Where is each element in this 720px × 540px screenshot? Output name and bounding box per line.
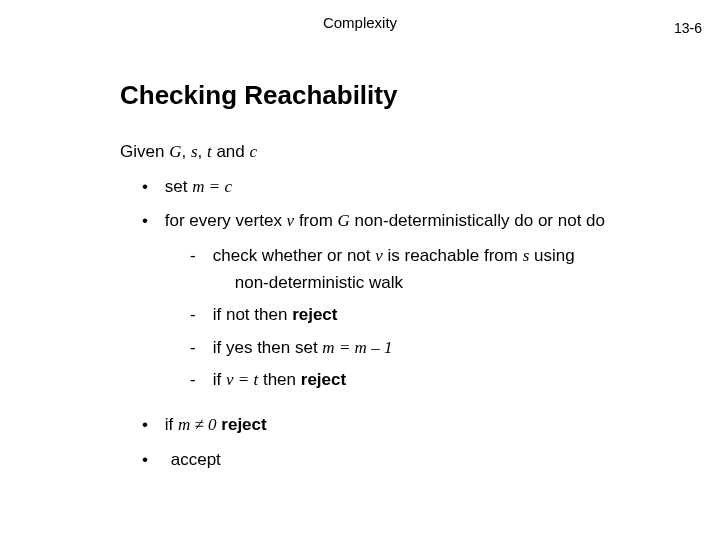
ifyes-text: if yes then set [213, 338, 323, 357]
dash-icon: - [190, 368, 208, 393]
bullet-icon: • [142, 448, 160, 473]
if-text: if [165, 415, 178, 434]
reject-word: reject [301, 370, 346, 389]
dash-check: - check whether or not v is reachable fr… [190, 244, 720, 295]
slide: Complexity 13-6 Checking Reachability Gi… [0, 0, 720, 540]
check-t1: check whether or not [213, 246, 376, 265]
check-t2: is reachable from [383, 246, 523, 265]
loop-mid: from [294, 211, 337, 230]
bullet-icon: • [142, 209, 160, 234]
eq-mnz: m ≠ 0 [178, 415, 217, 434]
eq-vt: v = t [226, 370, 258, 389]
if-text: if [213, 370, 226, 389]
bullet-accept: • accept [142, 448, 720, 473]
page-number: 13-6 [674, 20, 702, 36]
body: Given G, s, t and c • set m = c • for ev… [120, 140, 720, 482]
eq-mm1: m = m – 1 [322, 338, 392, 357]
bullet-icon: • [142, 175, 160, 200]
and: and [212, 142, 250, 161]
bullet-loop: • for every vertex v from G non-determin… [142, 209, 720, 234]
given-line: Given G, s, t and c [120, 140, 720, 165]
inner-list: - check whether or not v is reachable fr… [190, 244, 720, 393]
bullet-set: • set m = c [142, 175, 720, 200]
check-t3: using [529, 246, 574, 265]
loop-pre: for every vertex [165, 211, 287, 230]
dash-icon: - [190, 303, 208, 328]
bullet-icon: • [142, 413, 160, 438]
var-c: c [250, 142, 258, 161]
page-title: Checking Reachability [120, 80, 397, 111]
check-t4: non-deterministic walk [235, 271, 575, 296]
var-v: v [375, 246, 383, 265]
dash-icon: - [190, 244, 208, 269]
bullet-mnz: • if m ≠ 0 reject [142, 413, 720, 438]
var-G: G [169, 142, 181, 161]
dash-ifvt: - if v = t then reject [190, 368, 720, 393]
var-s: s [191, 142, 198, 161]
ifnot-text: if not then [213, 305, 292, 324]
dash-icon: - [190, 336, 208, 361]
loop-post: non-deterministically do or not do [350, 211, 605, 230]
sep: , [198, 142, 207, 161]
dash-ifyes: - if yes then set m = m – 1 [190, 336, 720, 361]
course-title: Complexity [323, 14, 397, 31]
sep: , [181, 142, 190, 161]
then-text: then [258, 370, 301, 389]
set-word: set [165, 177, 192, 196]
dash-ifnot: - if not then reject [190, 303, 720, 328]
given-prefix: Given [120, 142, 169, 161]
reject-word: reject [292, 305, 337, 324]
accept-word: accept [171, 450, 221, 469]
reject-word: reject [221, 415, 266, 434]
eq-m-c: m = c [192, 177, 232, 196]
var-G: G [338, 211, 350, 230]
